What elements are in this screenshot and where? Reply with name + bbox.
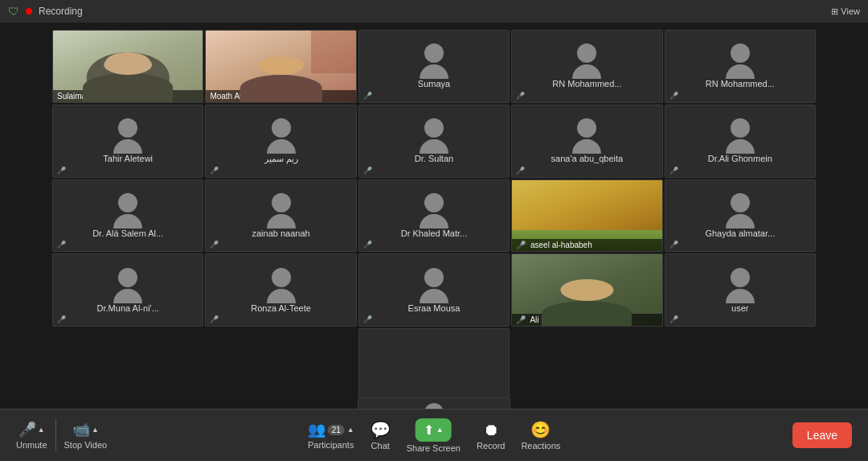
participant-cell: Esraa Mousa 🎤 — [358, 253, 510, 327]
recording-label: Recording — [39, 6, 83, 17]
participant-cell — [358, 328, 510, 401]
toolbar: 🎤 ▲ Unmute 📹 ▲ Stop Video 👥 21 ▲ Partici… — [0, 409, 868, 461]
reactions-icon: 😊 — [530, 420, 551, 439]
participant-name: 🎤 aseel al-hababeh — [512, 239, 661, 251]
participants-grid: Sulaiman Alnaimat Moath Alsafasfeh Sumay… — [52, 30, 816, 401]
mic-muted-icon: 🎤 — [516, 241, 526, 249]
participant-cell: Dr.Muna Al-ni'... 🎤 — [52, 253, 203, 327]
mic-muted-icon: 🎤 — [363, 315, 372, 323]
title-bar: 🛡 Recording ⊞ View — [0, 0, 868, 23]
reactions-button[interactable]: 😊 Reactions — [521, 420, 560, 451]
record-button[interactable]: ⏺ Record — [477, 421, 505, 451]
mic-muted-icon: 🎤 — [363, 92, 372, 100]
camera-icon: 📹 — [72, 421, 90, 438]
participant-cell: Dr Khaled Matr... 🎤 — [358, 179, 510, 253]
mic-muted-icon: 🎤 — [669, 92, 678, 100]
mic-caret[interactable]: ▲ — [38, 426, 45, 434]
stop-video-label: Stop Video — [64, 440, 108, 450]
participant-name: Dr. Sultan — [411, 154, 457, 163]
mic-muted-icon: 🎤 — [516, 167, 525, 175]
participants-button[interactable]: 👥 21 ▲ Participants — [308, 421, 354, 450]
participant-name: Ghayda almatar... — [702, 228, 778, 238]
participant-cell: sana'a abu_qbeita 🎤 — [511, 105, 662, 178]
participant-name: Dr.Muna Al-ni'... — [94, 303, 162, 313]
participant-name: zainab naanah — [249, 228, 313, 238]
participant-name: Sumaya — [415, 79, 453, 88]
mic-muted-icon: 🎤 — [516, 315, 526, 324]
chat-button[interactable]: 💬 Chat — [371, 420, 391, 451]
participant-name: sana'a abu_qbeita — [548, 154, 627, 163]
record-label: Record — [477, 441, 505, 451]
mic-muted-icon: 🎤 — [669, 241, 678, 249]
main-area: Sulaiman Alnaimat Moath Alsafasfeh Sumay… — [0, 23, 868, 409]
mic-muted-icon: 🎤 — [669, 315, 678, 323]
participant-name: RN Mohammed... — [702, 79, 778, 88]
participant-cell: ريم سمير 🎤 — [205, 105, 356, 178]
shield-icon: 🛡 — [8, 5, 19, 18]
participant-name: RN Mohammed... — [549, 79, 624, 88]
participant-cell: Sulaiman Alnaimat — [52, 30, 203, 103]
participant-cell: 🎤 Ali Mohammad i... — [511, 253, 662, 327]
participant-name: Dr.Ali Ghonmein — [705, 154, 776, 163]
recording-dot — [26, 8, 32, 14]
mic-muted-icon: 🎤 — [210, 241, 219, 249]
participant-count-badge: 21 — [328, 425, 345, 435]
participant-name: Tahir Aletewi — [100, 154, 156, 163]
participants-icon: 👥 — [308, 421, 326, 438]
toolbar-center: 👥 21 ▲ Participants 💬 Chat ⬆ ▲ Share Scr… — [308, 418, 561, 453]
participant-cell: Dr. Sultan 🎤 — [358, 105, 510, 178]
participant-cell: user 🎤 — [665, 253, 816, 327]
participant-name: Ronza Al-Teete — [248, 303, 314, 313]
participants-label: Participants — [308, 440, 354, 450]
mic-off-icon: 🎤 — [18, 421, 36, 438]
participant-cell: RN Mohammed... 🎤 — [511, 30, 662, 103]
mic-muted-icon: 🎤 — [57, 167, 66, 175]
mic-muted-icon: 🎤 — [363, 241, 372, 249]
unmute-label: Unmute — [16, 440, 47, 450]
view-label[interactable]: ⊞ View — [831, 6, 860, 17]
participant-cell: Moath Alsafasfeh — [205, 30, 356, 103]
participant-cell: zainab naanah 🎤 — [205, 179, 356, 253]
share-screen-icon: ⬆ — [424, 422, 434, 438]
chat-label: Chat — [371, 441, 390, 451]
participant-name: Dr Khaled Matr... — [398, 228, 471, 238]
toolbar-left: 🎤 ▲ Unmute 📹 ▲ Stop Video — [16, 419, 107, 451]
participant-name: user — [728, 303, 751, 313]
mic-muted-icon: 🎤 — [363, 167, 372, 175]
share-screen-caret[interactable]: ▲ — [436, 426, 444, 434]
participant-name: Dr. Alá Salem Al... — [89, 228, 166, 238]
participant-cell: Ghayda almatar... 🎤 — [665, 179, 816, 253]
mic-muted-icon: 🎤 — [669, 167, 678, 175]
mic-muted-icon: 🎤 — [210, 167, 219, 175]
participant-cell: Tahir Aletewi 🎤 — [52, 105, 203, 178]
participant-cell: Sumaya 🎤 — [358, 30, 510, 103]
participant-cell: Ronza Al-Teete 🎤 — [205, 253, 356, 327]
mic-muted-icon: 🎤 — [210, 315, 219, 323]
mic-muted-icon: 🎤 — [57, 241, 66, 249]
participant-name: Esraa Mousa — [405, 303, 464, 313]
stop-video-button[interactable]: 📹 ▲ Stop Video — [64, 421, 108, 450]
record-icon: ⏺ — [483, 421, 499, 439]
participants-caret[interactable]: ▲ — [347, 426, 354, 434]
video-caret[interactable]: ▲ — [92, 426, 99, 434]
reactions-label: Reactions — [521, 441, 560, 451]
mic-muted-icon: 🎤 — [57, 315, 66, 323]
mic-muted-icon: 🎤 — [516, 92, 525, 100]
participant-cell: Dr. Alá Salem Al... 🎤 — [52, 179, 203, 253]
participant-cell: Dr.Ali Ghonmein 🎤 — [665, 105, 816, 178]
leave-button[interactable]: Leave — [792, 422, 852, 448]
participant-cell: 🎤 aseel al-hababeh — [511, 179, 662, 253]
share-screen-button[interactable]: ⬆ ▲ Share Screen — [407, 418, 461, 453]
unmute-button[interactable]: 🎤 ▲ Unmute — [16, 421, 47, 450]
share-screen-label: Share Screen — [407, 443, 461, 453]
participant-cell: RN Mohammed... 🎤 — [665, 30, 816, 103]
toolbar-right: Leave — [792, 422, 852, 448]
chat-icon: 💬 — [371, 420, 391, 439]
participant-name: ريم سمير — [261, 154, 301, 164]
